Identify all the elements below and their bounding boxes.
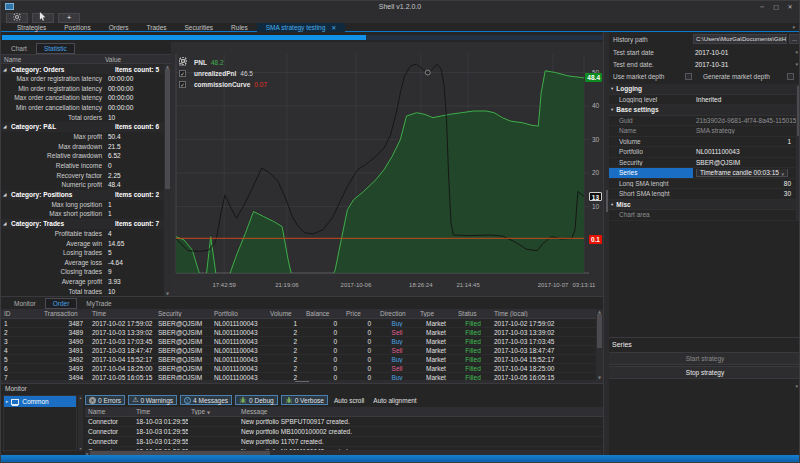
stat-row[interactable]: Profitable trades4 xyxy=(1,229,171,239)
minimize-button[interactable]: ─ xyxy=(755,1,769,12)
stat-row[interactable]: Closing trades9 xyxy=(1,267,171,277)
chevron-down-icon[interactable]: ▾ xyxy=(795,383,798,389)
property-row-security[interactable]: SecuritySBER@QJSIM xyxy=(609,158,797,169)
property-row-chart-area[interactable]: Chart area xyxy=(609,210,797,221)
order-row[interactable]: 334902017-10-03 17:03:45SBER@QJSIMNL0011… xyxy=(1,337,603,346)
statistics-scrollbar[interactable]: ▲ ▼ xyxy=(164,64,171,296)
property-row-long-sma-lenght[interactable]: Long SMA lenght80 xyxy=(609,179,797,190)
chevron-down-icon[interactable]: ▾ xyxy=(795,61,798,67)
filter-button-0-debug[interactable]: 0 Debug xyxy=(235,395,278,405)
tab-strategies[interactable]: Strategies xyxy=(8,23,55,32)
property-row-portfolio[interactable]: PortfolioNL0011100043 xyxy=(609,147,797,158)
order-row[interactable]: 134872017-10-02 17:59:02SBER@QJSIMNL0011… xyxy=(1,319,603,328)
stat-row[interactable]: Max long position1 xyxy=(1,200,171,210)
chevron-down-icon[interactable]: ▾ xyxy=(781,170,784,177)
add-strategy-button[interactable]: + xyxy=(58,13,80,23)
stat-row[interactable]: Max profit50.4 xyxy=(1,132,171,142)
stat-row[interactable]: Total trades10 xyxy=(1,286,171,296)
expander-icon[interactable]: ◢ xyxy=(3,67,11,72)
order-row[interactable]: 534922017-10-04 15:52:17SBER@QJSIMNL0011… xyxy=(1,355,603,364)
visibility-checkbox[interactable]: ✓ xyxy=(179,70,186,77)
filter-funnel-icon[interactable]: ▼ xyxy=(207,410,210,415)
property-row-series[interactable]: SeriesTimeframe candle 00:03:15▾ xyxy=(609,168,797,179)
visibility-checkbox[interactable]: ✓ xyxy=(179,81,186,88)
legend-item-commissioncurve[interactable]: ✓commissionCurve0.07 xyxy=(179,79,267,90)
stat-row[interactable]: Average loss-4.64 xyxy=(1,258,171,268)
stat-row[interactable]: Relative drawdown6.52 xyxy=(1,151,171,161)
orders-scrollbar[interactable]: ▲ ▼ xyxy=(596,309,603,380)
tab-chart[interactable]: Chart xyxy=(4,44,34,53)
toggle-auto-alignment[interactable]: Auto alignment xyxy=(370,397,419,404)
log-row[interactable]: Connector18-10-03 01:29:55.385New portfo… xyxy=(85,437,603,447)
stat-row[interactable]: Min order cancellation latency00:00:00 xyxy=(1,103,171,113)
tab-rules[interactable]: Rules xyxy=(222,23,257,32)
tab-sma-strategy-testing[interactable]: SMA strategy testing✕ xyxy=(257,23,346,32)
test-end-value[interactable]: 2017-10-31 xyxy=(695,61,728,68)
splitter-grip[interactable] xyxy=(606,190,608,212)
stat-row[interactable]: Total orders10 xyxy=(1,112,171,122)
log-row[interactable]: Connector18-10-03 01:29:55.385New portfo… xyxy=(85,427,603,437)
expander-icon[interactable]: ▾ xyxy=(611,107,613,112)
filter-button-0-verbose[interactable]: 0 Verbose xyxy=(281,395,328,405)
category-base-settings[interactable]: ▾Base settings xyxy=(609,105,797,116)
generate-market-depth-checkbox[interactable] xyxy=(787,73,794,80)
filter-button-4-messages[interactable]: i4 Messages xyxy=(180,395,232,405)
expander-icon[interactable]: ◢ xyxy=(3,221,11,226)
property-row-name[interactable]: NameSMA strategy xyxy=(609,126,797,137)
tab-securities[interactable]: Securities xyxy=(176,23,223,32)
stop-strategy-button[interactable]: Stop strategy xyxy=(609,366,800,379)
stat-row[interactable]: Max short position1 xyxy=(1,209,171,219)
stat-row[interactable]: Max order cancellation latency00:00:00 xyxy=(1,93,171,103)
tab-mytrade[interactable]: MyTrade xyxy=(79,299,118,308)
tree-scrollbar[interactable]: ▴ ▾ xyxy=(78,395,83,451)
order-row[interactable]: 434912017-10-03 18:47:47SBER@QJSIMNL0011… xyxy=(1,346,603,355)
expander-icon[interactable]: ◢ xyxy=(3,124,11,129)
category-logging[interactable]: ▾Logging xyxy=(609,84,797,95)
stat-row[interactable]: Min order registration latency00:00:00 xyxy=(1,84,171,94)
log-row[interactable]: Connector18-10-03 01:29:55.385New portfo… xyxy=(85,417,603,427)
stat-group-header[interactable]: ◢Category: OrdersItems count: 5 xyxy=(1,64,171,74)
maximize-button[interactable]: □ xyxy=(769,1,783,12)
property-row-short-sma-lenght[interactable]: Short SMA lenght30 xyxy=(609,189,797,200)
order-row[interactable]: 734942017-10-05 16:05:15SBER@QJSIMNL0011… xyxy=(1,373,603,380)
settings-button[interactable] xyxy=(6,13,28,23)
stat-row[interactable]: Max drawdown21.5 xyxy=(1,142,171,152)
stat-group-header[interactable]: ◢Category: PositionsItems count: 2 xyxy=(1,190,171,200)
property-value[interactable]: Timeframe candle 00:03:15▾ xyxy=(693,169,797,177)
browse-button[interactable]: ... xyxy=(789,34,800,44)
tab-positions[interactable]: Positions xyxy=(55,23,99,32)
stat-row[interactable]: Average win14.65 xyxy=(1,238,171,248)
splitter-grip[interactable] xyxy=(295,381,309,382)
toggle-auto-scroll[interactable]: Auto scroll xyxy=(331,397,367,404)
stat-group-header[interactable]: ◢Category: P&LItems count: 6 xyxy=(1,122,171,132)
property-row-guid[interactable]: Guid21b3902d-9681-4f74-8a45-115015f4... xyxy=(609,116,797,127)
tab-close-icon[interactable]: ✕ xyxy=(331,24,336,31)
stat-row[interactable]: Relative income0 xyxy=(1,161,171,171)
history-path-input[interactable]: C:\Users\MozGa\Documents\GitHub\EduGit\S… xyxy=(693,34,787,44)
legend-item-unrealizedpnl[interactable]: ✓unrealizedPnl46.5 xyxy=(179,68,267,79)
stat-group-header[interactable]: ◢Category: TradesItems count: 7 xyxy=(1,219,171,229)
scroll-down-icon[interactable]: ▾ xyxy=(79,446,81,451)
property-row-volume[interactable]: Volume1 xyxy=(609,137,797,148)
filter-button-0-warnings[interactable]: ⚠0 Warnings xyxy=(128,395,177,405)
expander-icon[interactable]: ▾ xyxy=(611,202,613,207)
scrollbar-thumb[interactable] xyxy=(597,314,602,348)
tab-orders[interactable]: Orders xyxy=(100,23,138,32)
tree-expander-icon[interactable]: ▸ xyxy=(6,399,8,404)
use-market-depth-checkbox[interactable] xyxy=(685,73,692,80)
order-row[interactable]: 634932017-10-04 18:25:00SBER@QJSIMNL0011… xyxy=(1,364,603,373)
stat-row[interactable]: Numeric profit48.4 xyxy=(1,180,171,190)
tab-order[interactable]: Order xyxy=(45,298,78,309)
stat-row[interactable]: Losing trades5 xyxy=(1,248,171,258)
tree-item-common[interactable]: ▸ Common xyxy=(4,396,76,407)
chevron-down-icon[interactable]: ▾ xyxy=(795,49,798,55)
scrollbar-thumb[interactable] xyxy=(165,69,170,189)
property-row-logging-level[interactable]: Logging levelInherited xyxy=(609,95,797,106)
stat-row[interactable]: Average profit3.93 xyxy=(1,277,171,287)
legend-item-pnl[interactable]: ✓PNL48.2 xyxy=(179,57,267,68)
start-strategy-button[interactable]: Start strategy xyxy=(609,352,800,365)
tab-statistic[interactable]: Statistic xyxy=(36,43,75,54)
expander-icon[interactable]: ▾ xyxy=(611,86,613,91)
tab-monitor[interactable]: Monitor xyxy=(7,299,43,308)
stat-row[interactable]: Max order registration latency00:00:00 xyxy=(1,74,171,84)
